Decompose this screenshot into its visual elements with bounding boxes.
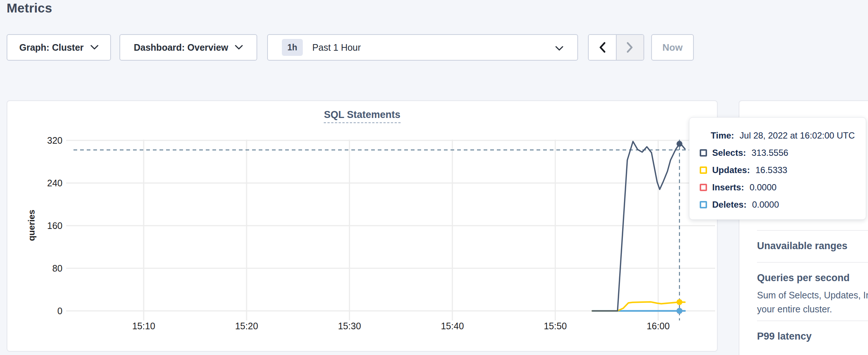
sidebar-section-title: Unavailable ranges [757,240,868,252]
tooltip-time-row: Time: Jul 28, 2022 at 16:02:00 UTC [711,127,866,144]
tooltip-row-deletes: Deletes:0.0000 [700,196,866,213]
time-step-back-button[interactable] [589,35,616,60]
chart-hover-dot-deletes [677,308,682,314]
tooltip-time-label: Time: [711,130,734,141]
svg-text:15:20: 15:20 [235,321,258,331]
chevron-left-icon [599,42,606,53]
time-window-badge: 1h [282,39,303,56]
tooltip-series-label: Inserts: [712,182,744,193]
tooltip-row-selects: Selects:313.5556 [700,144,866,161]
sidebar-section-description: Sum of Selects, Updates, Inser your enti… [757,288,868,316]
svg-text:15:10: 15:10 [132,321,155,331]
chevron-down-icon [90,45,98,50]
sidebar-section-title: P99 latency [757,331,868,342]
chevron-down-icon [555,46,563,51]
graph-selector-dropdown[interactable]: Graph: Cluster [7,34,111,61]
sql-statements-card: SQL Statements 08016024032015:1015:2015:… [7,100,718,352]
tooltip-time-value: Jul 28, 2022 at 16:02:00 UTC [740,130,855,141]
sidebar-section-p99-latency: P99 latency [757,320,868,352]
tooltip-row-inserts: Inserts:0.0000 [700,179,866,196]
tooltip-row-updates: Updates:16.5333 [700,161,866,179]
time-window-label: Past 1 Hour [312,42,361,53]
chart-grid [66,140,715,320]
chevron-down-icon [235,45,243,50]
time-range-picker[interactable]: 1h Past 1 Hour [267,34,578,61]
tooltip-series-label: Updates: [712,165,750,175]
svg-text:160: 160 [47,220,62,231]
tooltip-series-value: 313.5556 [752,148,788,158]
page-title: Metrics [7,1,52,15]
deletes-swatch-icon [700,201,707,208]
chart-tooltip: Time: Jul 28, 2022 at 16:02:00 UTC Selec… [689,117,866,220]
time-step-button-group [588,34,644,61]
sidebar-section-unavailable-ranges: Unavailable ranges [757,230,868,262]
chart-hover-dot-selects [677,141,682,147]
sql-statements-chart[interactable]: 08016024032015:1015:2015:3015:4015:5016:… [7,101,718,352]
sidebar-sections: Unavailable ranges Queries per second Su… [757,230,868,352]
svg-text:240: 240 [47,178,62,188]
selects-swatch-icon [700,149,707,157]
metrics-page: Metrics Graph: Cluster Dashboard: Overvi… [0,0,868,355]
graph-selector-label: Graph: Cluster [19,42,83,53]
dashboard-selector-dropdown[interactable]: Dashboard: Overview [119,34,257,61]
chart-hover-dot-updates [677,299,682,305]
svg-text:15:50: 15:50 [544,321,567,331]
svg-text:320: 320 [47,135,62,146]
y-axis-label: queries [26,209,36,241]
chart-series-updates [592,302,685,311]
svg-text:16:00: 16:00 [647,321,670,331]
inserts-swatch-icon [700,184,707,191]
time-step-forward-button[interactable] [616,35,644,60]
tooltip-series-value: 0.0000 [752,200,779,210]
dashboard-selector-label: Dashboard: Overview [134,42,228,53]
now-button[interactable]: Now [651,34,694,61]
sidebar-section-queries-per-second: Queries per second Sum of Selects, Updat… [757,262,868,320]
tooltip-series-value: 0.0000 [750,182,776,193]
updates-swatch-icon [700,166,707,174]
svg-text:15:40: 15:40 [441,321,464,331]
tooltip-series-label: Selects: [712,148,746,158]
tooltip-series-label: Deletes: [712,200,746,210]
svg-text:15:30: 15:30 [338,321,361,331]
svg-text:0: 0 [57,306,62,316]
svg-text:80: 80 [52,263,62,273]
tooltip-series-value: 16.5333 [756,165,788,175]
chart-axis-labels: 08016024032015:1015:2015:3015:4015:5016:… [47,135,670,331]
sidebar-section-title: Queries per second [757,272,868,284]
chevron-right-icon [627,42,633,53]
